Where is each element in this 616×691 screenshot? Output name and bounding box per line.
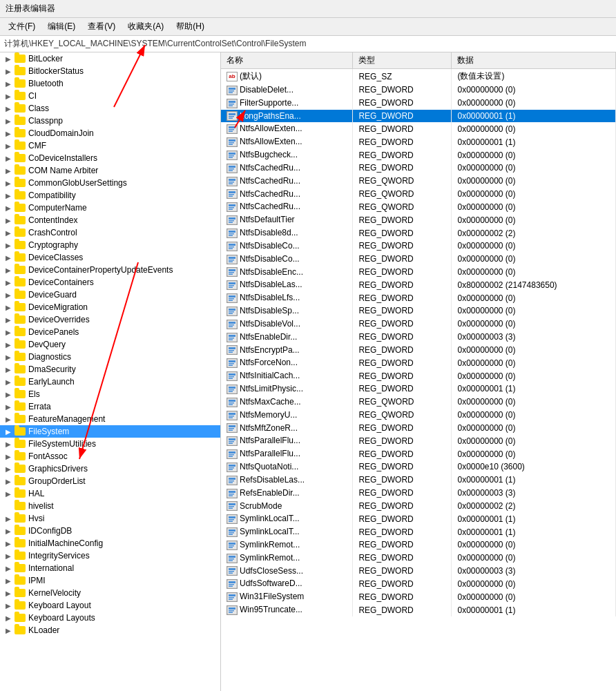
table-row[interactable]: NtfsEnableDir...REG_DWORD0x00000003 (3) <box>221 331 616 344</box>
table-row[interactable]: ab(默认)REG_SZ(数值未设置) <box>221 69 616 84</box>
menu-item[interactable]: 编辑(E) <box>42 19 81 34</box>
tree-item[interactable]: ▶ComputerName <box>0 202 220 214</box>
folder-icon <box>14 526 26 536</box>
tree-item[interactable]: ▶DeviceOverrides <box>0 313 220 326</box>
tree-item[interactable]: ▶DevQuery <box>0 338 220 351</box>
tree-item[interactable]: ▶FontAssoc <box>0 450 220 463</box>
table-row[interactable]: NtfsBugcheck...REG_DWORD0x00000000 (0) <box>221 148 616 162</box>
tree-item[interactable]: ▶Keyboard Layouts <box>0 612 220 624</box>
tree-item[interactable]: ▶BitlockerStatus <box>0 65 220 77</box>
table-row[interactable]: Win31FileSystemREG_DWORD0x00000000 (0) <box>221 590 616 603</box>
tree-item[interactable]: ▶DeviceContainers <box>0 276 220 289</box>
tree-item[interactable]: ▶DmaSecurity <box>0 363 220 376</box>
table-row[interactable]: DisableDelet...REG_DWORD0x00000000 (0) <box>221 84 616 97</box>
table-row[interactable]: NtfsDisable8d...REG_DWORD0x00000002 (2) <box>221 226 616 240</box>
table-row[interactable]: LongPathsEna...REG_DWORD0x00000001 (1) <box>221 110 616 123</box>
tree-item[interactable]: ▶Diagnostics <box>0 351 220 363</box>
svg-rect-141 <box>229 543 235 545</box>
tree-item[interactable]: ▶IDConfigDB <box>0 525 220 537</box>
table-row[interactable]: NtfsEncryptPa...REG_DWORD0x00000000 (0) <box>221 344 616 357</box>
table-row[interactable]: RefsDisableLas...REG_DWORD0x00000001 (1) <box>221 474 616 487</box>
tree-item[interactable]: ▶Bluetooth <box>0 77 220 90</box>
table-row[interactable]: NtfsDisableCo...REG_DWORD0x00000000 (0) <box>221 253 616 266</box>
table-row[interactable]: NtfsDisableEnc...REG_DWORD0x00000000 (0) <box>221 266 616 279</box>
tree-item[interactable]: ▶GraphicsDrivers <box>0 463 220 475</box>
table-row[interactable]: RefsEnableDir...REG_DWORD0x00000003 (3) <box>221 487 616 500</box>
tree-item[interactable]: ▶DeviceContainerPropertyUpdateEvents <box>0 264 220 276</box>
menu-item[interactable]: 文件(F) <box>3 19 41 34</box>
tree-item[interactable]: ▶Hvsi <box>0 512 220 525</box>
menu-item[interactable]: 帮助(H) <box>171 19 210 34</box>
table-row[interactable]: SymlinkRemot...REG_DWORD0x00000000 (0) <box>221 538 616 552</box>
tree-item[interactable]: ▶KernelVelocity <box>0 587 220 599</box>
table-row[interactable]: NtfsParallelFlu...REG_DWORD0x00000000 (0… <box>221 434 616 447</box>
tree-item[interactable]: ▶HAL <box>0 487 220 500</box>
table-row[interactable]: NtfsQuotaNoti...REG_DWORD0x0000e10 (3600… <box>221 460 616 474</box>
table-row[interactable]: NtfsParallelFlu...REG_DWORD0x00000000 (0… <box>221 447 616 460</box>
tree-item[interactable]: ▶Compatibility <box>0 189 220 202</box>
table-row[interactable]: NtfsLimitPhysic...REG_DWORD0x00000001 (1… <box>221 382 616 396</box>
menu-item[interactable]: 查看(V) <box>82 19 121 34</box>
tree-item[interactable]: ▶CI <box>0 90 220 102</box>
table-row[interactable]: NtfsMemoryU...REG_QWORD0x00000000 (0) <box>221 409 616 422</box>
tree-item[interactable]: ▶DeviceMigration <box>0 301 220 313</box>
table-row[interactable]: NtfsMaxCache...REG_QWORD0x00000000 (0) <box>221 396 616 409</box>
tree-item[interactable]: ▶Class <box>0 102 220 115</box>
table-row[interactable]: NtfsMftZoneR...REG_DWORD0x00000000 (0) <box>221 422 616 435</box>
tree-item[interactable]: ▶IntegrityServices <box>0 549 220 562</box>
menu-item[interactable]: 收藏夹(A) <box>122 19 169 34</box>
table-row[interactable]: NtfsDisableVol...REG_DWORD0x00000000 (0) <box>221 318 616 331</box>
table-row[interactable]: Win95Truncate...REG_DWORD0x00000001 (1) <box>221 603 616 616</box>
table-row[interactable]: NtfsDisableSp...REG_DWORD0x00000000 (0) <box>221 304 616 318</box>
tree-item[interactable]: ▶DeviceClasses <box>0 251 220 264</box>
table-row[interactable]: NtfsCachedRu...REG_QWORD0x00000000 (0) <box>221 188 616 201</box>
svg-rect-87 <box>229 365 233 367</box>
left-panel[interactable]: ▶BitLocker▶BitlockerStatus▶Bluetooth▶CI▶… <box>0 52 221 691</box>
tree-item[interactable]: ▶KLoader <box>0 624 220 636</box>
tree-item[interactable]: ▶FileSystemUtilities <box>0 438 220 450</box>
table-row[interactable]: NtfsDisableLas...REG_DWORD0x80000002 (21… <box>221 278 616 291</box>
tree-item[interactable]: ▶InitialMachineConfig <box>0 537 220 549</box>
tree-item[interactable]: ▶CoDeviceInstallers <box>0 152 220 164</box>
tree-item[interactable]: ▶International <box>0 562 220 574</box>
table-row[interactable]: NtfsDefaultTierREG_DWORD0x00000000 (0) <box>221 213 616 226</box>
table-row[interactable]: NtfsAllowExten...REG_DWORD0x00000001 (1) <box>221 135 616 148</box>
tree-item[interactable]: ▶COM Name Arbiter <box>0 164 220 177</box>
table-row[interactable]: UdfsSoftwareD...REG_DWORD0x00000000 (0) <box>221 577 616 590</box>
tree-item[interactable]: ▶FeatureManagement <box>0 413 220 425</box>
tree-item[interactable]: ▶CloudDomainJoin <box>0 127 220 139</box>
tree-arrow: ▶ <box>3 353 14 361</box>
tree-item[interactable]: ▶Errata <box>0 400 220 413</box>
table-row[interactable]: FilterSupporte...REG_DWORD0x00000000 (0) <box>221 97 616 110</box>
table-row[interactable]: UdfsCloseSess...REG_DWORD0x00000003 (3) <box>221 565 616 578</box>
table-row[interactable]: NtfsAllowExten...REG_DWORD0x00000000 (0) <box>221 122 616 135</box>
table-row[interactable]: SymlinkRemot...REG_DWORD0x00000000 (0) <box>221 552 616 565</box>
tree-item[interactable]: ▶GroupOrderList <box>0 475 220 487</box>
tree-item[interactable]: ▶IPMI <box>0 574 220 587</box>
tree-item[interactable]: ▶DevicePanels <box>0 326 220 338</box>
tree-item[interactable]: ▶CrashControl <box>0 226 220 239</box>
tree-item[interactable]: ▶Classpnp <box>0 115 220 127</box>
tree-item[interactable]: ▶BitLocker <box>0 52 220 65</box>
table-row[interactable]: NtfsDisableCo...REG_DWORD0x00000000 (0) <box>221 240 616 253</box>
tree-item[interactable]: ▶ContentIndex <box>0 214 220 226</box>
table-row[interactable]: NtfsCachedRu...REG_DWORD0x00000000 (0) <box>221 162 616 175</box>
tree-item[interactable]: ▶FileSystem <box>0 425 220 438</box>
table-row[interactable]: NtfsDisableLfs...REG_DWORD0x00000000 (0) <box>221 291 616 304</box>
table-row[interactable]: NtfsInitialCach...REG_DWORD0x00000000 (0… <box>221 369 616 382</box>
tree-item[interactable]: ▶DeviceGuard <box>0 289 220 301</box>
table-row[interactable]: SymlinkLocalT...REG_DWORD0x00000001 (1) <box>221 525 616 538</box>
tree-item[interactable]: ▶CommonGlobUserSettings <box>0 177 220 189</box>
tree-item[interactable]: ▶Els <box>0 388 220 400</box>
tree-item[interactable]: ▶Cryptography <box>0 239 220 251</box>
tree-item[interactable]: ▶Keyboard Layout <box>0 599 220 612</box>
table-row[interactable]: NtfsCachedRu...REG_QWORD0x00000000 (0) <box>221 200 616 213</box>
table-row[interactable]: SymlinkLocalT...REG_DWORD0x00000001 (1) <box>221 512 616 525</box>
tree-item[interactable]: hivelist <box>0 500 220 512</box>
tree-item[interactable]: ▶CMF <box>0 139 220 152</box>
tree-item[interactable]: ▶EarlyLaunch <box>0 376 220 388</box>
table-row[interactable]: NtfsForceNon...REG_DWORD0x00000000 (0) <box>221 356 616 369</box>
table-row[interactable]: NtfsCachedRu...REG_QWORD0x00000000 (0) <box>221 175 616 188</box>
right-panel[interactable]: 名称 类型 数据 ab(默认)REG_SZ(数值未设置)DisableDelet… <box>221 52 616 691</box>
table-row[interactable]: ScrubModeREG_DWORD0x00000002 (2) <box>221 500 616 513</box>
